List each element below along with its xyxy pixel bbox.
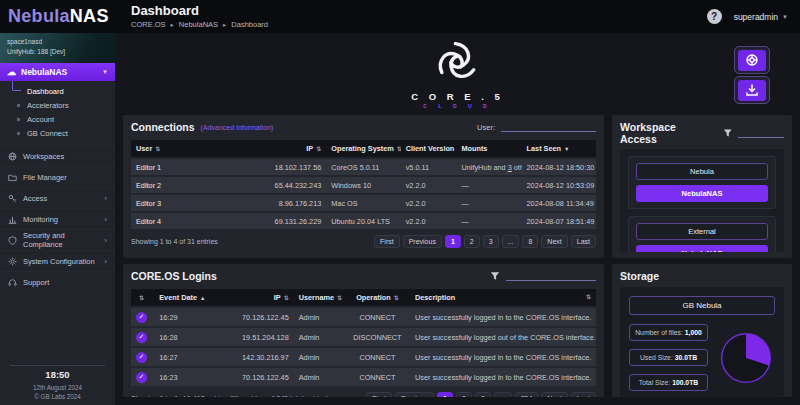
breadcrumb-nebulanas[interactable]: NebulaNAS [179,20,218,29]
sidebar-item-file-manager[interactable]: File Manager [0,166,115,187]
sort-asc-icon[interactable]: ▲ [200,295,205,301]
sort-icon[interactable]: ⇅ [337,295,342,301]
column-operation[interactable]: Operation⇅ [345,289,410,306]
login-row[interactable]: ✓ 16:23 70.126.122.45 Admin CONNECT User… [131,368,596,386]
page-last-button[interactable]: Last [571,235,596,248]
page-first-button[interactable]: First [366,392,392,397]
sidebar-item-security-and-compliance[interactable]: Security and Compliance › [0,229,115,250]
connection-row[interactable]: Editor 1 18.102.137.56 CoreOS 5.0.11 v5.… [131,159,596,175]
column-user[interactable]: User⇅ [131,140,252,157]
column-ip[interactable]: IP⇅ [252,140,326,157]
column-event-date[interactable]: Event Date▲ [154,289,219,306]
connection-row[interactable]: Editor 2 65.44.232.243 Windows 10 v2.2.0… [131,177,596,193]
current-date: 12th August 2024 [10,384,105,391]
workspace-button[interactable]: External [636,223,768,240]
page-next-button[interactable]: Next [541,235,567,248]
sidebar-item-label: Dashboard [27,87,64,96]
workspace-button[interactable]: Nebula [636,163,768,180]
sort-icon[interactable]: ⇅ [139,295,144,301]
sidebar-item-access[interactable]: Access › [0,187,115,208]
page-number-button[interactable]: 354 [515,392,539,397]
column-status[interactable]: ⇅ [131,289,154,306]
header-main: Dashboard CORE.OS ▸ NebulaNAS ▸ Dashboar… [115,0,707,33]
app-logo[interactable]: NebulaNAS [0,0,115,33]
column-last-seen[interactable]: Last Seen▼ [522,140,596,157]
sidebar-item-accelerators[interactable]: Accelerators [0,98,115,112]
login-row[interactable]: ✓ 16:27 142.30.216.97 Admin CONNECT User… [131,348,596,366]
workspace-grant-button[interactable]: NebulaNAS [636,185,768,202]
sort-icon[interactable]: ⇅ [394,295,399,301]
download-icon [745,83,759,97]
app-logo-secondary: NAS [70,6,109,27]
sort-icon[interactable]: ⇅ [397,146,401,152]
connection-row[interactable]: Editor 3 8.96.176.213 Mac OS v2.2.0 — 20… [131,195,596,211]
bullet-icon [17,104,20,107]
workspace-group: External NebulaNAS [628,216,776,252]
chevron-right-icon: › [104,215,107,224]
advanced-information-link[interactable]: (Advanced Information) [201,124,274,131]
globe-icon [8,152,17,161]
sidebar-item-support[interactable]: Support [0,271,115,292]
sidebar-item-workspaces[interactable]: Workspaces [0,145,115,166]
logins-filter-input[interactable] [506,271,596,281]
login-row[interactable]: ✓ 16:28 19.51.204.128 Admin DISCONNECT U… [131,328,596,346]
sidebar-item-system-configuration[interactable]: System Configuration › [0,250,115,271]
column-mounts[interactable]: Mounts [456,140,521,157]
breadcrumb-dashboard[interactable]: Dashboard [231,20,268,29]
page-number-button[interactable]: 3 [483,235,499,248]
page-number-button[interactable]: 8 [522,235,538,248]
page-last-button[interactable]: Last [571,392,596,397]
page-previous-button[interactable]: Previous [395,392,434,397]
workspace-access-panel: Workspace Access Nebula NebulaNAS Extern… [612,115,792,258]
workspace-grant-button[interactable]: NebulaNAS [636,245,768,252]
column-operating-system[interactable]: Operating System⇅ [326,140,400,157]
connections-summary: Showing 1 to 4 of 31 entries [131,238,218,245]
main-content: C O R E . 5 C L O U D [115,33,800,405]
sidebar-item-nebulanas[interactable]: ☁ NebulaNAS ▼ [0,63,115,81]
login-row[interactable]: ✓ 16:29 70.126.122.45 Admin CONNECT User… [131,308,596,326]
user-menu[interactable]: superadmin ▼ [734,12,788,22]
page-first-button[interactable]: First [374,235,400,248]
user-filter-input[interactable] [501,122,596,132]
sort-icon[interactable]: ⇅ [316,146,321,152]
sidebar-item-gb-connect[interactable]: GB Connect [0,126,115,140]
page-previous-button[interactable]: Previous [403,235,442,248]
filter-funnel-icon[interactable] [723,128,733,138]
sidebar-banner: space1nasd UnifyHub: 188 [Dev] [0,33,115,63]
sidebar-item-label: System Configuration [23,257,95,266]
sidebar-item-dashboard[interactable]: Dashboard [0,84,115,98]
volume-button[interactable]: GB Nebula [629,296,775,315]
filter-funnel-icon[interactable] [490,271,500,281]
page-number-button[interactable]: 3 [475,392,491,397]
page-number-button[interactable]: 2 [464,235,480,248]
core5-wordmark: C O R E . 5 [411,91,504,102]
connection-row[interactable]: Editor 4 69.131.26.229 Ubuntu 20.04 LTS … [131,213,596,229]
help-icon[interactable]: ? [707,9,722,24]
sort-icon[interactable]: ⇅ [586,293,591,300]
column-client-version[interactable]: Client Version⇅ [401,140,457,157]
sidebar-item-account[interactable]: Account [0,112,115,126]
page-number-button[interactable]: 1 [437,392,453,397]
page-next-button[interactable]: Next [541,392,567,397]
column-username[interactable]: Username⇅ [294,289,345,306]
quick-actions [734,46,770,104]
sidebar-item-monitoring[interactable]: Monitoring › [0,208,115,229]
download-client-button[interactable] [734,76,770,104]
sort-desc-icon[interactable]: ▼ [564,146,569,152]
page-number-button[interactable]: 1 [445,235,461,248]
remote-support-button[interactable] [734,46,770,74]
sort-icon[interactable]: ⇅ [155,146,160,152]
workspace-filter-input[interactable] [738,128,784,138]
success-check-icon: ✓ [136,372,147,383]
page-number-button[interactable]: 2 [456,392,472,397]
storage-stats: Number of files:1,000 Used Size:30.0TB T… [629,324,708,391]
breadcrumb-coreos[interactable]: CORE.OS [131,20,166,29]
column-description[interactable]: Description⇅ [410,289,596,306]
column-ip[interactable]: IP⇅ [219,289,293,306]
breadcrumb: CORE.OS ▸ NebulaNAS ▸ Dashboard [131,20,707,29]
user-menu-label: superadmin [734,12,778,22]
logins-table: ⇅ Event Date▲ IP⇅ Username⇅ Operation⇅ D… [131,287,596,388]
connections-panel: Connections (Advanced Information) User:… [123,115,604,258]
app-header: NebulaNAS Dashboard CORE.OS ▸ NebulaNAS … [0,0,800,33]
sort-icon[interactable]: ⇅ [284,295,289,301]
